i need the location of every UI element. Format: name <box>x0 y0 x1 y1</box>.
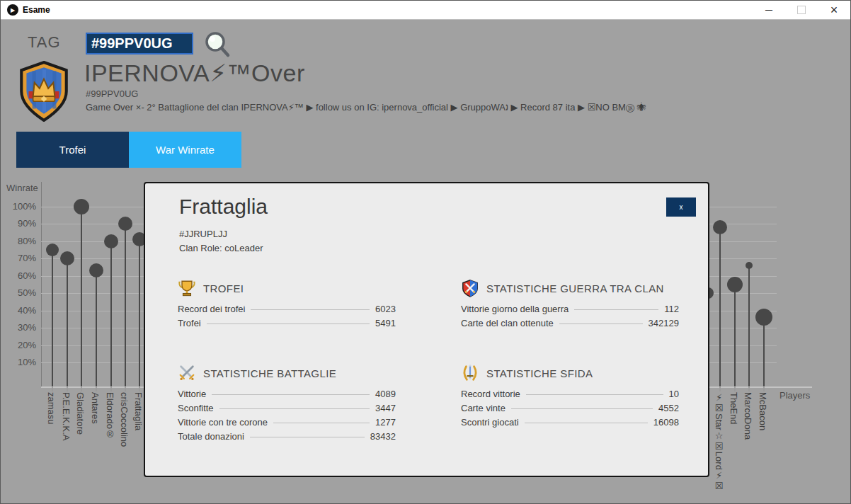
chart-point[interactable] <box>746 262 753 269</box>
y-tick-label: 80% <box>1 236 36 246</box>
stat-label: Carte del clan ottenute <box>461 318 554 328</box>
chart-point[interactable] <box>74 199 89 214</box>
stat-label: Vittorie con tre corone <box>178 417 268 428</box>
player-tick-label[interactable]: ⚡☒Star☆☒Lord⚡☒ <box>714 392 724 491</box>
window-title: Esame <box>23 5 50 15</box>
stat-row: Carte del clan ottenute342129 <box>461 318 679 332</box>
stat-value: 3447 <box>375 403 396 413</box>
x-tick <box>125 387 126 391</box>
leader-line <box>525 423 648 423</box>
stat-value: 1277 <box>375 417 396 428</box>
chart-point-stem <box>125 224 126 386</box>
y-tick-label: 30% <box>1 322 36 333</box>
challenge-trophy-icon <box>461 364 479 382</box>
player-tick-label[interactable]: McBacon <box>758 392 768 430</box>
x-tick <box>96 387 97 391</box>
chart-point-stem <box>110 241 112 386</box>
maximize-icon <box>797 6 806 14</box>
x-tick <box>67 387 68 391</box>
stat-label: Sconfitte <box>178 403 214 413</box>
player-tick-label[interactable]: crisCoccolino <box>119 392 130 447</box>
stat-label: Vittorie <box>178 389 206 399</box>
leader-line <box>511 408 653 409</box>
chart-point-stem <box>763 317 765 386</box>
tab-trofei[interactable]: Trofei <box>16 132 129 168</box>
title-bar: ▶ Esame ─ × <box>1 1 850 20</box>
stat-row: Scontri giocati16098 <box>461 417 679 431</box>
stat-value: 342129 <box>649 318 679 328</box>
dialog-close-button[interactable]: x <box>666 197 696 217</box>
chart-point[interactable] <box>60 251 74 265</box>
x-tick <box>748 387 750 391</box>
player-tick-label[interactable]: TheEnd <box>729 392 739 425</box>
stat-row: Carte vinte4552 <box>461 403 679 417</box>
player-tick-label[interactable]: MarcoDona <box>743 392 753 440</box>
y-axis-line <box>41 182 42 386</box>
stat-row: Vittorie con tre corone1277 <box>178 417 396 431</box>
tab-war-winrate[interactable]: War Winrate <box>129 132 241 168</box>
player-tick-label[interactable]: zamasu <box>46 392 57 425</box>
chart-point-stem <box>719 227 721 386</box>
chart-point[interactable] <box>713 220 727 234</box>
chart-point-stem <box>748 265 750 386</box>
app-play-icon: ▶ <box>7 4 18 16</box>
stat-value: 112 <box>664 304 679 314</box>
y-tick-label: 90% <box>1 218 36 229</box>
chart-point[interactable] <box>46 244 59 256</box>
section-title: STATISTICHE GUERRA TRA CLAN <box>486 282 664 294</box>
player-tick-label[interactable]: Eldorado® <box>105 392 115 440</box>
leader-line <box>559 323 643 324</box>
chart-point-stem <box>81 207 82 386</box>
chart-point-stem <box>67 258 68 386</box>
chart-point[interactable] <box>118 217 132 231</box>
y-tick-label: 10% <box>1 357 36 367</box>
leader-line <box>219 408 370 409</box>
player-tick-label[interactable]: Antares <box>90 392 101 424</box>
maximize-button[interactable] <box>785 1 818 19</box>
stat-label: Totale donazioni <box>178 431 244 442</box>
chart-point[interactable] <box>727 277 743 292</box>
tab-bar: Trofei War Winrate <box>16 132 241 168</box>
player-tick-label[interactable]: Frattaglia <box>133 392 144 430</box>
stat-value: 10 <box>669 389 679 399</box>
chart-point-stem <box>96 270 97 386</box>
stat-row: Vittorie giorno della guerra112 <box>461 304 679 318</box>
section-title: STATISTICHE SFIDA <box>486 367 593 379</box>
x-tick <box>763 387 765 391</box>
section-title: STATISTICHE BATTAGLIE <box>203 367 336 379</box>
x-tick <box>81 387 82 391</box>
stat-row: Record vittorie10 <box>461 389 679 403</box>
section-sfida: STATISTICHE SFIDA Record vittorie10Carte… <box>461 363 679 431</box>
x-tick <box>734 387 736 391</box>
leader-line <box>251 309 370 310</box>
y-tick-label: 20% <box>1 340 36 350</box>
stat-value: 5491 <box>375 318 396 328</box>
close-window-button[interactable]: × <box>818 1 850 19</box>
minimize-button[interactable]: ─ <box>753 1 785 19</box>
clan-war-shield-icon <box>461 279 479 297</box>
player-tick-label[interactable]: P.E.E.K.K.A <box>61 392 72 440</box>
y-tick-label: 40% <box>1 305 36 316</box>
stat-label: Trofei <box>178 318 201 328</box>
player-tag: #JJRUPLJJ <box>179 229 227 239</box>
y-tick-label: 50% <box>1 287 36 298</box>
y-tick-label: 70% <box>1 253 36 263</box>
y-tick-label: 100% <box>1 201 36 212</box>
x-tick <box>52 387 53 391</box>
stat-value: 6023 <box>375 304 396 314</box>
stat-label: Record vittorie <box>461 389 520 399</box>
stat-row: Trofei5491 <box>178 318 396 332</box>
stat-label: Vittorie giorno della guerra <box>461 304 569 314</box>
leader-line <box>526 394 663 395</box>
x-axis-label: Players <box>779 390 810 401</box>
player-tick-label[interactable]: Gladiatore <box>75 392 86 435</box>
stat-label: Record dei trofei <box>178 304 245 314</box>
chart-point[interactable] <box>755 309 772 326</box>
leader-line <box>207 323 370 324</box>
chart-point[interactable] <box>104 234 118 248</box>
crossed-swords-icon <box>178 364 196 382</box>
player-stats-dialog: Frattaglia x #JJRUPLJJ Clan Role: coLead… <box>144 182 709 477</box>
stat-label: Scontri giocati <box>461 417 519 428</box>
section-guerra-tra-clan: STATISTICHE GUERRA TRA CLAN Vittorie gio… <box>461 278 679 332</box>
stat-value: 83432 <box>370 431 396 442</box>
